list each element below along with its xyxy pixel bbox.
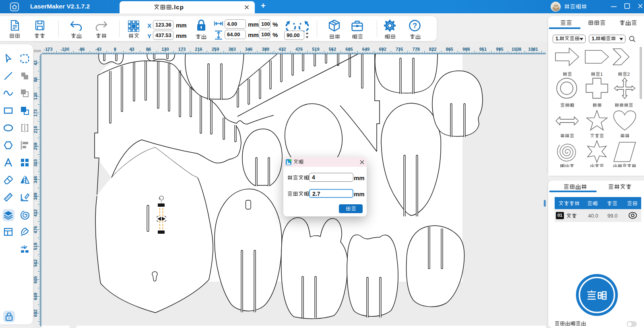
svg-text:303: 303 bbox=[33, 159, 38, 166]
svg-text:303: 303 bbox=[228, 47, 235, 52]
svg-text:908: 908 bbox=[462, 47, 470, 52]
svg-text:822: 822 bbox=[429, 47, 436, 52]
svg-text:778: 778 bbox=[413, 47, 420, 52]
svg-text:130: 130 bbox=[161, 47, 169, 52]
svg-text:216: 216 bbox=[33, 126, 38, 133]
svg-text:-43: -43 bbox=[95, 47, 101, 52]
svg-text:649: 649 bbox=[33, 293, 38, 300]
svg-text:-173: -173 bbox=[44, 47, 53, 52]
svg-text:692: 692 bbox=[379, 47, 386, 52]
svg-text:519: 519 bbox=[312, 47, 319, 52]
svg-text:865: 865 bbox=[446, 47, 453, 52]
svg-text:-130: -130 bbox=[60, 47, 69, 52]
svg-text:mm: mm bbox=[34, 48, 41, 53]
svg-text:43: 43 bbox=[33, 60, 38, 65]
svg-text:0: 0 bbox=[114, 47, 116, 52]
svg-text:173: 173 bbox=[33, 109, 38, 116]
svg-text:562: 562 bbox=[329, 47, 336, 52]
svg-text:130: 130 bbox=[33, 93, 38, 100]
svg-text:605: 605 bbox=[345, 47, 353, 52]
svg-text:-86: -86 bbox=[78, 47, 85, 52]
svg-text:432: 432 bbox=[33, 209, 38, 216]
svg-text:951: 951 bbox=[479, 47, 487, 52]
svg-text:995: 995 bbox=[496, 47, 503, 52]
svg-text:562: 562 bbox=[33, 259, 38, 267]
svg-text:1081: 1081 bbox=[528, 47, 538, 52]
svg-text:692: 692 bbox=[33, 309, 38, 317]
svg-text:605: 605 bbox=[33, 276, 38, 283]
svg-text:389: 389 bbox=[262, 47, 269, 52]
svg-text:346: 346 bbox=[33, 176, 38, 183]
svg-text:86: 86 bbox=[33, 77, 38, 82]
svg-text:476: 476 bbox=[295, 47, 303, 52]
svg-text:649: 649 bbox=[362, 47, 369, 52]
svg-text:86: 86 bbox=[146, 47, 151, 52]
svg-text:476: 476 bbox=[33, 226, 38, 233]
svg-text:389: 389 bbox=[33, 193, 38, 200]
svg-text:?: ? bbox=[413, 22, 417, 30]
svg-text:216: 216 bbox=[195, 47, 202, 52]
svg-text:1038: 1038 bbox=[512, 47, 521, 52]
svg-text:259: 259 bbox=[212, 47, 219, 52]
svg-text:43: 43 bbox=[129, 47, 134, 52]
svg-text:735: 735 bbox=[396, 47, 403, 52]
svg-text:432: 432 bbox=[279, 47, 286, 52]
svg-text:346: 346 bbox=[245, 47, 252, 52]
svg-text:259: 259 bbox=[33, 143, 38, 150]
svg-text:519: 519 bbox=[33, 243, 38, 250]
svg-text:173: 173 bbox=[178, 47, 186, 52]
